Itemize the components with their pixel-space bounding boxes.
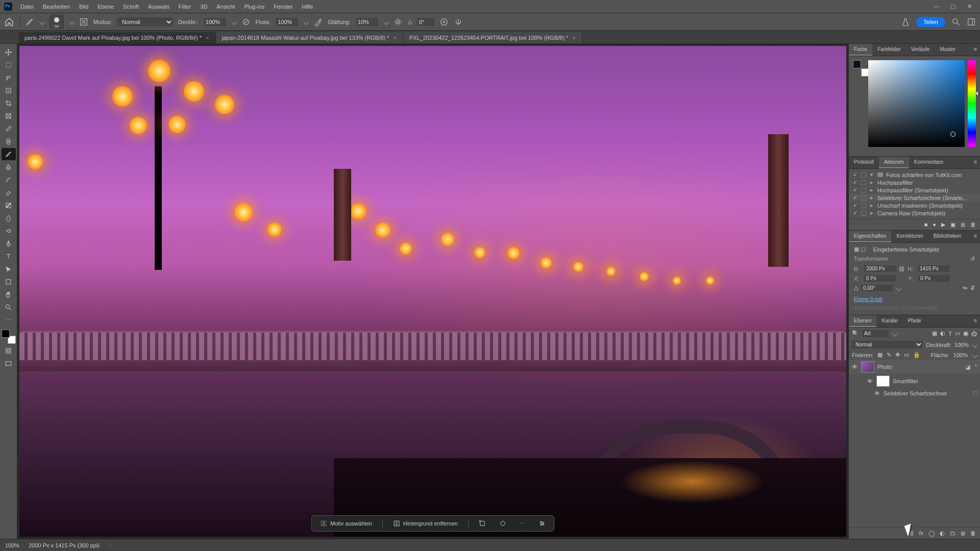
menu-hilfe[interactable]: Hilfe: [298, 2, 317, 12]
filter-mask-thumbnail[interactable]: [876, 375, 890, 387]
x-input[interactable]: [864, 275, 896, 282]
action-set-row[interactable]: ✓ ▾ Fotos schärfen von TutKit.com: [849, 171, 980, 179]
layer-opacity-value[interactable]: 100%: [954, 342, 969, 348]
close-icon[interactable]: ×: [393, 35, 396, 41]
action-row[interactable]: ✓▸Camera Raw (Smartobjekt): [849, 209, 980, 217]
doc-tab-3[interactable]: PXL_20230422_122623454.PORTRAIT.jpg bei …: [403, 32, 582, 43]
layer-row[interactable]: 👁 Smartfilter: [849, 374, 980, 388]
tab-protokoll[interactable]: Protokoll: [849, 157, 879, 168]
flow-input[interactable]: [276, 18, 298, 26]
menu-datei[interactable]: Datei: [16, 2, 38, 12]
chevron-down-icon[interactable]: [972, 352, 977, 358]
tab-kommentare[interactable]: Kommentare: [909, 157, 948, 168]
layer-fill-value[interactable]: 100%: [953, 352, 968, 358]
menu-bearbeiten[interactable]: Bearbeiten: [39, 2, 74, 12]
new-adjustment-icon[interactable]: ◐: [940, 530, 945, 537]
tab-bibliotheken[interactable]: Bibliotheken: [928, 231, 966, 242]
flip-v-icon[interactable]: ⇵: [970, 285, 975, 291]
tab-verlaeufe[interactable]: Verläufe: [906, 44, 935, 56]
lasso-tool[interactable]: [2, 71, 16, 84]
opacity-input[interactable]: [204, 18, 226, 26]
chevron-down-icon[interactable]: [896, 285, 901, 291]
filter-shape-icon[interactable]: ▭: [955, 330, 960, 337]
opacity-chevron-icon[interactable]: [231, 19, 237, 24]
menu-plugins[interactable]: Plug-ins: [240, 2, 268, 12]
visibility-icon[interactable]: 👁: [873, 390, 880, 396]
panel-menu-icon[interactable]: ≡: [971, 231, 980, 242]
lock-transparent-icon[interactable]: ▦: [877, 352, 883, 358]
layer-name[interactable]: Photo: [877, 364, 892, 370]
delete-icon[interactable]: 🗑: [970, 221, 976, 228]
brush-preview[interactable]: 50: [50, 15, 64, 29]
share-button[interactable]: Teilen: [916, 17, 945, 27]
crop-tool[interactable]: [2, 97, 16, 109]
gradient-tool[interactable]: [2, 199, 16, 211]
color-swatch-fgbg[interactable]: [853, 60, 865, 72]
pen-tool[interactable]: [2, 237, 16, 249]
layer-thumbnail[interactable]: [861, 361, 874, 372]
search-icon[interactable]: [951, 17, 961, 27]
action-row[interactable]: ✓▸Hochpassfilter (Smartobjekt): [849, 186, 980, 194]
lock-paint-icon[interactable]: ✎: [887, 352, 891, 358]
transform-header[interactable]: Transformieren: [854, 256, 888, 262]
move-tool[interactable]: [2, 46, 16, 58]
tool-preset-chevron-icon[interactable]: [39, 19, 45, 24]
layer-blend-select[interactable]: Normal: [852, 341, 923, 348]
panel-menu-icon[interactable]: ≡: [971, 315, 980, 327]
angle-input[interactable]: [417, 18, 434, 26]
marquee-tool[interactable]: [2, 59, 16, 71]
dodge-tool[interactable]: [2, 224, 16, 237]
doc-tab-1[interactable]: paris-2499022 David Mark auf Pixabay.jpg…: [18, 32, 216, 43]
foreground-background-colors[interactable]: [2, 330, 16, 344]
angle-input[interactable]: [861, 285, 893, 291]
filter-type-icon[interactable]: T: [948, 331, 952, 337]
history-brush-tool[interactable]: [2, 173, 16, 186]
frame-tool[interactable]: [2, 110, 16, 122]
menu-auswahl[interactable]: Auswahl: [144, 2, 174, 12]
color-field[interactable]: [868, 60, 965, 147]
brush-tool[interactable]: [2, 148, 16, 160]
ctx-generate-icon[interactable]: [496, 519, 509, 528]
height-input[interactable]: [918, 265, 949, 272]
check-icon[interactable]: ✓: [852, 171, 858, 178]
stop-icon[interactable]: ■: [924, 221, 928, 228]
blur-tool[interactable]: [2, 212, 16, 224]
link-layers-icon[interactable]: ⛓: [908, 530, 914, 537]
layer-expand-icon[interactable]: ⌃: [973, 364, 978, 370]
smoothing-input[interactable]: [356, 18, 378, 26]
symmetry-icon[interactable]: [454, 17, 463, 27]
tab-pfade[interactable]: Pfade: [903, 315, 926, 327]
menu-ansicht[interactable]: Ansicht: [212, 2, 239, 12]
path-tool[interactable]: [2, 263, 16, 275]
tab-korrekturen[interactable]: Korrekturen: [891, 231, 928, 242]
blend-mode-select[interactable]: Normal: [117, 17, 173, 27]
action-row[interactable]: ✓▸Selektiver Scharfzeichner (Smarto...: [849, 194, 980, 202]
workspace-icon[interactable]: [967, 17, 976, 27]
play-icon[interactable]: ▶: [941, 221, 945, 228]
menu-3d[interactable]: 3D: [196, 2, 211, 12]
lock-all-icon[interactable]: 🔒: [913, 352, 920, 358]
stamp-tool[interactable]: [2, 161, 16, 173]
flow-chevron-icon[interactable]: [303, 19, 309, 24]
link-wh-icon[interactable]: ⛓: [899, 266, 904, 272]
layer-filter-kind[interactable]: [862, 330, 889, 337]
hue-slider[interactable]: [968, 60, 976, 147]
layer-row[interactable]: 👁 Photo ◪ ⌃: [849, 360, 980, 374]
menu-ebene[interactable]: Ebene: [93, 2, 118, 12]
tab-muster[interactable]: Muster: [935, 44, 961, 56]
filter-adjust-icon[interactable]: ◐: [940, 330, 945, 337]
tab-kanaele[interactable]: Kanäle: [876, 315, 902, 327]
delete-layer-icon[interactable]: 🗑: [970, 530, 976, 537]
close-icon[interactable]: ×: [206, 35, 209, 41]
panel-menu-icon[interactable]: ≡: [971, 44, 980, 56]
smartfilter-name[interactable]: Selektiver Scharfzeichner: [884, 390, 947, 396]
visibility-icon[interactable]: 👁: [866, 378, 873, 384]
chevron-down-icon[interactable]: [892, 331, 897, 336]
new-set-icon[interactable]: ▣: [950, 221, 955, 228]
smoothing-chevron-icon[interactable]: [383, 19, 389, 24]
brush-chevron-icon[interactable]: [69, 19, 75, 24]
ctx-transform-icon[interactable]: [476, 519, 489, 528]
pressure-opacity-icon[interactable]: [241, 17, 251, 27]
tab-farbe[interactable]: Farbe: [849, 44, 872, 56]
add-mask-icon[interactable]: ◯: [928, 530, 935, 537]
